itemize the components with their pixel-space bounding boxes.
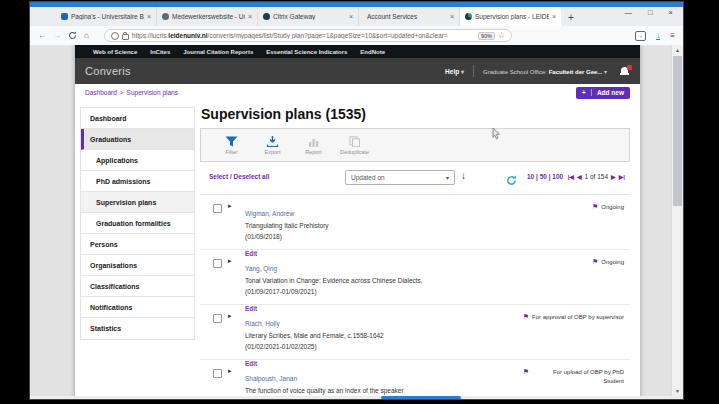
export-download-icon: [266, 136, 279, 147]
sidebar-item-organisations[interactable]: Organisations: [81, 255, 194, 276]
sort-direction-button[interactable]: ↓: [461, 170, 466, 181]
sidebar-item-graduations[interactable]: Graduations: [81, 129, 194, 150]
tab-medewerkers[interactable]: Medewerkerswebsite - Univ ×: [157, 7, 258, 26]
hamburger-menu-icon[interactable]: ≡: [670, 31, 675, 40]
maximize-button[interactable]: □: [648, 8, 653, 17]
row-checkbox[interactable]: [213, 204, 222, 213]
extensions-icon[interactable]: ⌄: [635, 31, 646, 41]
expand-row-icon[interactable]: ▸: [228, 202, 232, 210]
filter-button[interactable]: Filter: [211, 136, 252, 155]
tab-close-icon[interactable]: ×: [248, 13, 252, 20]
plus-icon: +: [582, 89, 592, 96]
vertical-scrollbar[interactable]: ▲ ▼: [671, 45, 683, 396]
refresh-button[interactable]: [506, 172, 517, 190]
deduplicate-label: Deduplicate: [340, 149, 369, 155]
report-label: Report: [305, 149, 322, 155]
tab-close-icon[interactable]: ×: [147, 13, 151, 20]
tab-close-icon[interactable]: ×: [349, 13, 353, 20]
expand-row-icon[interactable]: ▸: [228, 312, 232, 320]
header-divider: [473, 65, 474, 77]
home-button[interactable]: ⌂: [84, 32, 89, 40]
address-bar: ← → ⌂ https://lucris.leidenuniv.nl/conve…: [30, 26, 683, 46]
sidebar-item-supervision-plans[interactable]: Supervision plans: [81, 192, 194, 213]
scroll-down-arrow-icon[interactable]: ▼: [672, 386, 683, 396]
sort-field-dropdown[interactable]: Updated on ▾: [345, 170, 455, 185]
sidebar-item-phd-admissions[interactable]: PhD admissions: [81, 171, 194, 192]
minimize-button[interactable]: —: [625, 8, 633, 17]
sidebar-item-notifications[interactable]: Notifications: [81, 297, 194, 318]
status-text: Ongoing: [601, 203, 624, 212]
select-deselect-all-link[interactable]: Select / Deselect all: [209, 173, 269, 180]
plan-title: Tonal Variation in Change: Evidence acro…: [245, 277, 535, 286]
row-checkbox[interactable]: [213, 369, 222, 378]
plan-dates: (01/09/2017-01/09/2021): [245, 288, 535, 297]
tab-title: Supervision plans - LEIDEN: [475, 13, 549, 20]
export-button[interactable]: Export: [252, 136, 293, 155]
sidebar-item-statistics[interactable]: Statistics: [81, 318, 194, 339]
row-checkbox[interactable]: [213, 314, 222, 323]
breadcrumb-dashboard[interactable]: Dashboard: [85, 89, 117, 96]
status-badge: ⚑ For approval of OBP by supervisor: [523, 313, 624, 322]
bookmark-star-icon[interactable]: ☆: [498, 31, 505, 40]
expand-row-icon[interactable]: ▸: [228, 257, 232, 265]
scroll-up-arrow-icon[interactable]: ▲: [672, 45, 683, 55]
tab-close-icon[interactable]: ×: [450, 13, 454, 20]
row-checkbox[interactable]: [213, 259, 222, 268]
link-web-of-science[interactable]: Web of Science: [93, 49, 137, 55]
person-link[interactable]: Shalpoush, Janan: [245, 375, 297, 382]
first-page-button[interactable]: |◀: [568, 173, 574, 180]
tab-close-icon[interactable]: ×: [552, 13, 556, 20]
downloads-icon[interactable]: ↓: [656, 32, 660, 40]
sidebar-item-applications[interactable]: Applications: [81, 150, 194, 171]
help-menu[interactable]: Help ▾: [445, 68, 464, 75]
horizontal-scrollbar-thumb[interactable]: [381, 396, 461, 399]
notifications-bell-icon[interactable]: [620, 66, 630, 76]
reload-icon[interactable]: [68, 31, 77, 40]
export-label: Export: [265, 149, 281, 155]
link-endnote[interactable]: EndNote: [360, 49, 385, 55]
sidebar-item-persons[interactable]: Persons: [81, 234, 194, 255]
last-page-button[interactable]: ▶|: [619, 173, 625, 180]
plan-title: Triangulating Italic Prehistory: [245, 222, 535, 231]
breadcrumb-row: Dashboard>Supervision plans +Add new: [75, 84, 640, 101]
report-button-disabled: Report: [293, 136, 334, 155]
role-switcher[interactable]: Graduate School Office: Faculteit der Ge…: [483, 68, 607, 75]
back-button[interactable]: ←: [38, 32, 46, 40]
tab-citrix[interactable]: Citrix Gateway ×: [258, 7, 359, 26]
scrollbar-thumb[interactable]: [673, 56, 682, 206]
person-link[interactable]: Riach, Holly: [245, 320, 280, 327]
person-link[interactable]: Yang, Qing: [245, 265, 277, 272]
previous-page-button[interactable]: ◀: [577, 173, 582, 180]
close-window-button[interactable]: ×: [669, 8, 673, 17]
link-incites[interactable]: InCites: [150, 49, 170, 55]
citrix-favicon: [263, 13, 270, 20]
filter-funnel-icon: [225, 136, 238, 147]
zoom-level-badge[interactable]: 90%: [478, 32, 495, 40]
expand-row-icon[interactable]: ▸: [228, 367, 232, 375]
url-field[interactable]: https://lucris.leidenuniv.nl/converis/my…: [104, 29, 512, 42]
sidebar-item-classifications[interactable]: Classifications: [81, 276, 194, 297]
next-page-button[interactable]: ▶: [611, 173, 616, 180]
tab-account-services[interactable]: Account Services ×: [359, 7, 460, 26]
refresh-icon: [506, 175, 517, 186]
url-text: https://lucris.leidenuniv.nl/converis/my…: [132, 32, 475, 39]
lock-icon[interactable]: [122, 34, 129, 40]
tab-pagina[interactable]: Pagina's - Universitaire Bibl ×: [56, 7, 157, 26]
sidebar-item-dashboard[interactable]: Dashboard: [81, 108, 194, 129]
page-size-options[interactable]: 10 | 50 | 100: [527, 173, 563, 180]
tab-supervision-plans[interactable]: Supervision plans - LEIDEN ×: [460, 7, 561, 26]
converis-logo[interactable]: Converis: [85, 65, 131, 77]
forward-button[interactable]: →: [53, 32, 61, 40]
tab-title: Citrix Gateway: [273, 13, 346, 20]
person-link[interactable]: Wigman, Andrew: [245, 210, 294, 217]
link-essential-science-indicators[interactable]: Essential Science Indicators: [266, 49, 347, 55]
add-new-button[interactable]: +Add new: [576, 87, 630, 99]
browser-window: Pagina's - Universitaire Bibl × Medewerk…: [30, 2, 683, 399]
sidebar-item-graduation-formalities[interactable]: Graduation formalities: [81, 213, 194, 234]
new-tab-button[interactable]: +: [568, 9, 574, 26]
table-row: ▸ Yang, Qing Tonal Variation in Change: …: [200, 250, 630, 305]
main-content: Supervision plans (1535) Filter: [195, 101, 640, 396]
flag-icon: ⚑: [592, 203, 598, 210]
link-journal-citation-reports[interactable]: Journal Citation Reports: [183, 49, 253, 55]
tracking-shield-icon[interactable]: [111, 32, 119, 40]
